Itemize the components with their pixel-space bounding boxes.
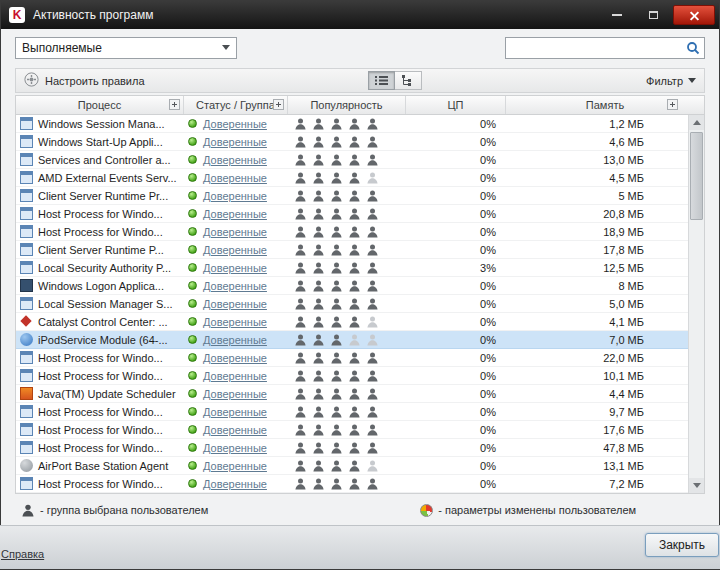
table-row[interactable]: Local Security Authority P...Доверенные3…: [16, 259, 688, 277]
status-group-link[interactable]: Доверенные: [203, 262, 267, 274]
status-dot-icon: [188, 119, 197, 128]
scroll-down-button[interactable]: [689, 478, 704, 493]
table-row[interactable]: Windows Logon Applica...Доверенные0%8 МБ: [16, 277, 688, 295]
person-icon: [348, 172, 361, 184]
scroll-up-button[interactable]: [689, 115, 704, 130]
status-group-link[interactable]: Доверенные: [203, 352, 267, 364]
status-group-link[interactable]: Доверенные: [203, 280, 267, 292]
status-group-link[interactable]: Доверенные: [203, 190, 267, 202]
status-group-link[interactable]: Доверенные: [203, 424, 267, 436]
expand-column-icon[interactable]: [667, 99, 678, 110]
table-row[interactable]: Host Process for Windo...Доверенные0%10,…: [16, 367, 688, 385]
person-icon: [366, 442, 379, 454]
status-group-link[interactable]: Доверенные: [203, 118, 267, 130]
legend-text: - параметры изменены пользователем: [438, 504, 636, 516]
popularity-cell: [288, 187, 406, 204]
table-row[interactable]: AirPort Base Station AgentДоверенные0%13…: [16, 457, 688, 475]
process-view-dropdown[interactable]: Выполняемые: [15, 37, 237, 59]
column-label: Память: [586, 99, 624, 111]
search-icon[interactable]: [686, 41, 700, 55]
process-icon: [20, 243, 33, 256]
process-cell: Host Process for Windo...: [16, 205, 184, 222]
table-row[interactable]: Windows Start-Up Appli...Доверенные0%4,6…: [16, 133, 688, 151]
chevron-down-icon: [222, 45, 230, 50]
column-header-status-group[interactable]: Статус / Группа: [184, 96, 288, 114]
status-group-link[interactable]: Доверенные: [203, 208, 267, 220]
person-icon: [366, 190, 379, 202]
status-group-link[interactable]: Доверенные: [203, 136, 267, 148]
table-row[interactable]: Client Server Runtime Pr...Доверенные0%5…: [16, 187, 688, 205]
memory-value: 4,5 МБ: [506, 169, 688, 186]
status-group-link[interactable]: Доверенные: [203, 442, 267, 454]
person-icon: [330, 136, 343, 148]
status-dot-icon: [188, 443, 197, 452]
memory-value: 5,0 МБ: [506, 295, 688, 312]
column-header-cpu[interactable]: ЦП: [406, 96, 506, 114]
process-icon: [20, 315, 33, 328]
table-row[interactable]: Java(TM) Update SchedulerДоверенные0%4,4…: [16, 385, 688, 403]
close-button[interactable]: [673, 5, 715, 25]
table-row[interactable]: Local Session Manager S...Доверенные0%5,…: [16, 295, 688, 313]
search-box[interactable]: [505, 37, 705, 59]
person-icon: [348, 262, 361, 274]
table-row[interactable]: AMD External Events Serv...Доверенные0%4…: [16, 169, 688, 187]
table-row[interactable]: Client Server Runtime P...Доверенные0%17…: [16, 241, 688, 259]
vertical-scrollbar[interactable]: [688, 115, 704, 493]
scrollbar-thumb[interactable]: [690, 132, 703, 220]
table-row[interactable]: Host Process for Windo...Доверенные0%17,…: [16, 421, 688, 439]
status-group-link[interactable]: Доверенные: [203, 154, 267, 166]
status-group-link[interactable]: Доверенные: [203, 370, 267, 382]
kaspersky-sphere-icon: [420, 504, 433, 517]
configure-rules-button[interactable]: Настроить правила: [24, 72, 145, 89]
list-view-button[interactable]: [368, 71, 395, 90]
maximize-button[interactable]: [637, 5, 669, 25]
filter-button[interactable]: Фильтр: [646, 75, 696, 87]
status-group-link[interactable]: Доверенные: [203, 226, 267, 238]
status-group-link[interactable]: Доверенные: [203, 298, 267, 310]
expand-column-icon[interactable]: [169, 99, 180, 110]
status-group-link[interactable]: Доверенные: [203, 478, 267, 490]
table-row[interactable]: Host Process for Windo...Доверенные0%47,…: [16, 439, 688, 457]
status-group-link[interactable]: Доверенные: [203, 460, 267, 472]
process-icon: [20, 135, 33, 148]
process-name: AirPort Base Station Agent: [38, 460, 168, 472]
status-group-link[interactable]: Доверенные: [203, 316, 267, 328]
tree-view-button[interactable]: [395, 71, 422, 90]
person-icon: [312, 370, 325, 382]
help-link[interactable]: Справка: [1, 548, 44, 560]
minimize-button[interactable]: [601, 5, 633, 25]
person-icon: [294, 172, 307, 184]
column-header-popularity[interactable]: Популярность: [288, 96, 406, 114]
table-row[interactable]: Host Process for Windo...Доверенные0%22,…: [16, 349, 688, 367]
table-row[interactable]: Windows Session Mana...Доверенные0%1,2 М…: [16, 115, 688, 133]
status-group-link[interactable]: Доверенные: [203, 172, 267, 184]
table-row[interactable]: Services and Controller a...Доверенные0%…: [16, 151, 688, 169]
person-icon: [312, 316, 325, 328]
person-icon: [348, 478, 361, 490]
person-icon: [366, 406, 379, 418]
close-dialog-button[interactable]: Закрыть: [645, 533, 719, 557]
column-label: Статус / Группа: [196, 99, 275, 111]
process-name: Host Process for Windo...: [38, 442, 163, 454]
table-row[interactable]: Catalyst Control Center: ...Доверенные0%…: [16, 313, 688, 331]
column-header-process[interactable]: Процесс: [16, 96, 184, 114]
table-row[interactable]: Host Process for Windo...Доверенные0%9,7…: [16, 403, 688, 421]
table-row[interactable]: iPodService Module (64-...Доверенные0%7,…: [16, 331, 688, 349]
table-row[interactable]: Host Process for Windo...Доверенные0%7,2…: [16, 475, 688, 493]
popularity-cell: [288, 169, 406, 186]
person-icon: [366, 118, 379, 130]
legend-item-user-group: - группа выбрана пользователем: [21, 504, 208, 517]
status-group-link[interactable]: Доверенные: [203, 334, 267, 346]
status-group-link[interactable]: Доверенные: [203, 388, 267, 400]
status-group-link[interactable]: Доверенные: [203, 406, 267, 418]
person-icon: [348, 334, 361, 346]
search-input[interactable]: [510, 41, 686, 55]
table-row[interactable]: Host Process for Windo...Доверенные0%18,…: [16, 223, 688, 241]
person-icon: [330, 442, 343, 454]
column-header-memory[interactable]: Память: [506, 96, 704, 114]
person-icon: [366, 298, 379, 310]
status-group-link[interactable]: Доверенные: [203, 244, 267, 256]
expand-column-icon[interactable]: [273, 99, 284, 110]
table-row[interactable]: Host Process for Windo...Доверенные0%20,…: [16, 205, 688, 223]
person-icon: [294, 388, 307, 400]
